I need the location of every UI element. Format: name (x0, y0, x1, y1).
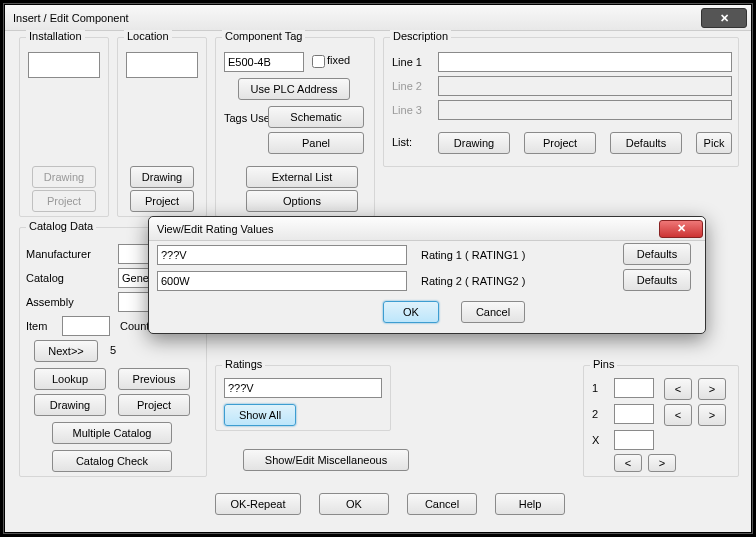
pin2-next-button[interactable]: > (698, 404, 726, 426)
pin1-prev-button[interactable]: < (664, 378, 692, 400)
location-project-button[interactable]: Project (130, 190, 194, 212)
line2-input (438, 76, 732, 96)
pin1-next-button[interactable]: > (698, 378, 726, 400)
installation-drawing-button: Drawing (32, 166, 96, 188)
pin1-label: 1 (592, 382, 598, 394)
dialog-title: View/Edit Rating Values (157, 223, 659, 235)
show-edit-misc-button[interactable]: Show/Edit Miscellaneous (243, 449, 409, 471)
line3-input (438, 100, 732, 120)
rating2-label: Rating 2 ( RATING2 ) (421, 275, 525, 287)
rating1-defaults-button[interactable]: Defaults (623, 243, 691, 265)
pins-prev-button[interactable]: < (614, 454, 642, 472)
cat-drawing-button[interactable]: Drawing (34, 394, 106, 416)
count-value: 5 (110, 344, 116, 356)
close-icon[interactable]: ✕ (701, 8, 747, 28)
line2-label: Line 2 (392, 80, 422, 92)
line1-label: Line 1 (392, 56, 422, 68)
external-list-button[interactable]: External List (246, 166, 358, 188)
component-tag-input[interactable] (224, 52, 304, 72)
line3-label: Line 3 (392, 104, 422, 116)
multiple-catalog-button[interactable]: Multiple Catalog (52, 422, 172, 444)
show-all-button[interactable]: Show All (224, 404, 296, 426)
ok-button[interactable]: OK (319, 493, 389, 515)
desc-pick-button[interactable]: Pick (696, 132, 732, 154)
pins-label: Pins (590, 358, 617, 370)
installation-label: Installation (26, 30, 85, 42)
item-label: Item (26, 320, 47, 332)
dialog-close-icon[interactable]: ✕ (659, 220, 703, 238)
description-label: Description (390, 30, 451, 42)
pin2-input[interactable] (614, 404, 654, 424)
assembly-label: Assembly (26, 296, 74, 308)
previous-button[interactable]: Previous (118, 368, 190, 390)
rating2-defaults-button[interactable]: Defaults (623, 269, 691, 291)
options-button[interactable]: Options (246, 190, 358, 212)
help-button[interactable]: Help (495, 493, 565, 515)
cancel-button[interactable]: Cancel (407, 493, 477, 515)
ratings-group: Ratings Show All (215, 365, 391, 431)
dialog-ok-button[interactable]: OK (383, 301, 439, 323)
line1-input[interactable] (438, 52, 732, 72)
count-label: Count (120, 320, 149, 332)
pin1-input[interactable] (614, 378, 654, 398)
pin2-prev-button[interactable]: < (664, 404, 692, 426)
installation-input[interactable] (28, 52, 100, 78)
pin2-label: 2 (592, 408, 598, 420)
item-input[interactable] (62, 316, 110, 336)
panel-button[interactable]: Panel (268, 132, 364, 154)
manufacturer-label: Manufacturer (26, 248, 91, 260)
dialog-titlebar: View/Edit Rating Values ✕ (149, 217, 705, 241)
pinx-input[interactable] (614, 430, 654, 450)
desc-project-button[interactable]: Project (524, 132, 596, 154)
next-button[interactable]: Next>> (34, 340, 98, 362)
location-group: Location Drawing Project (117, 37, 207, 217)
schematic-button[interactable]: Schematic (268, 106, 364, 128)
desc-drawing-button[interactable]: Drawing (438, 132, 510, 154)
window-title: Insert / Edit Component (9, 12, 701, 24)
installation-group: Installation Drawing Project (19, 37, 109, 217)
desc-defaults-button[interactable]: Defaults (610, 132, 682, 154)
catalog-check-button[interactable]: Catalog Check (52, 450, 172, 472)
component-tag-label: Component Tag (222, 30, 305, 42)
rating1-label: Rating 1 ( RATING1 ) (421, 249, 525, 261)
rating2-input[interactable] (157, 271, 407, 291)
dialog-cancel-button[interactable]: Cancel (461, 301, 525, 323)
rating1-input[interactable] (157, 245, 407, 265)
ok-repeat-button[interactable]: OK-Repeat (215, 493, 301, 515)
location-label: Location (124, 30, 172, 42)
component-tag-group: Component Tag fixed Use PLC Address Tags… (215, 37, 375, 217)
titlebar: Insert / Edit Component ✕ (5, 5, 751, 31)
fixed-checkbox[interactable]: fixed (312, 54, 350, 68)
lookup-button[interactable]: Lookup (34, 368, 106, 390)
ratings-input[interactable] (224, 378, 382, 398)
installation-project-button: Project (32, 190, 96, 212)
description-group: Description Line 1 Line 2 Line 3 List: D… (383, 37, 739, 167)
catalog-data-label: Catalog Data (26, 220, 96, 232)
catalog-label: Catalog (26, 272, 64, 284)
location-drawing-button[interactable]: Drawing (130, 166, 194, 188)
pins-next-button[interactable]: > (648, 454, 676, 472)
rating-values-dialog: View/Edit Rating Values ✕ Rating 1 ( RAT… (148, 216, 706, 334)
use-plc-address-button[interactable]: Use PLC Address (238, 78, 350, 100)
pinx-label: X (592, 434, 599, 446)
cat-project-button[interactable]: Project (118, 394, 190, 416)
location-input[interactable] (126, 52, 198, 78)
ratings-label: Ratings (222, 358, 265, 370)
pins-group: Pins 1 < > 2 < > X < > (583, 365, 739, 477)
list-label: List: (392, 136, 412, 148)
